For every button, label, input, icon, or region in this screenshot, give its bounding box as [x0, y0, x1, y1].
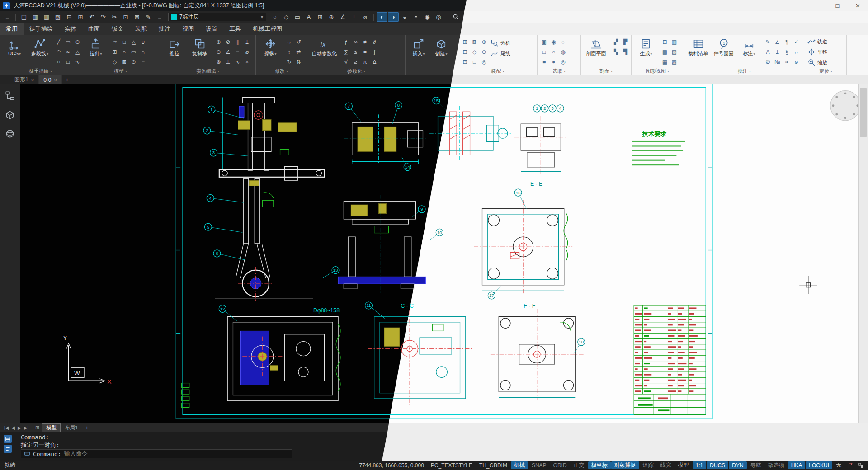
ribbon-button[interactable]: UCS▾: [2, 37, 27, 67]
layout-nav-icon[interactable]: |◀: [4, 425, 9, 430]
close-button[interactable]: ×: [848, 0, 868, 11]
ribbon-button[interactable]: 物料清单: [686, 37, 711, 67]
tool-icon[interactable]: ∞: [351, 38, 360, 46]
tool-icon[interactable]: ⊙: [129, 57, 138, 66]
command-history-icon[interactable]: [4, 435, 12, 443]
ribbon-tab[interactable]: 设置: [200, 23, 223, 35]
ribbon-button[interactable]: 插入▾: [408, 37, 429, 67]
lineweight-icon[interactable]: ▭: [292, 12, 303, 22]
layout-list-icon[interactable]: ⊞: [33, 425, 42, 431]
ribbon-tab[interactable]: 工具: [223, 23, 247, 35]
tool-icon[interactable]: √: [342, 57, 350, 66]
ribbon-medium-button[interactable]: 缩放: [807, 58, 827, 66]
tool-icon[interactable]: ▧: [670, 47, 679, 56]
tool-icon[interactable]: ●: [549, 57, 558, 66]
ribbon-button[interactable]: 复制移: [188, 37, 212, 67]
tool-icon[interactable]: ◇: [110, 57, 119, 66]
tool-icon[interactable]: ⇄: [294, 47, 303, 56]
tool-icon[interactable]: ⊞: [461, 38, 469, 46]
ribbon-tab[interactable]: 装配: [129, 23, 153, 35]
tool-icon[interactable]: □: [540, 47, 548, 56]
app-menu-icon[interactable]: ≡: [2, 12, 13, 22]
ribbon-button[interactable]: 推拉: [162, 37, 187, 67]
tool-icon[interactable]: ▜: [621, 47, 630, 56]
tool-icon[interactable]: ⌀: [792, 57, 801, 66]
tool-icon[interactable]: ▥: [670, 38, 679, 46]
close-icon[interactable]: ×: [31, 77, 34, 83]
ribbon-tab[interactable]: 徒手描绘: [24, 23, 59, 35]
ribbon-tab[interactable]: 实体: [59, 23, 82, 35]
tool-icon[interactable]: ○: [54, 57, 63, 66]
ribbon-button[interactable]: 剖面平面: [583, 37, 609, 67]
tolerance-icon[interactable]: ±: [349, 12, 359, 22]
redo-icon[interactable]: ↷: [98, 12, 108, 22]
cut-icon[interactable]: ✂: [109, 12, 120, 22]
tool-icon[interactable]: ∩: [139, 47, 147, 56]
tool-icon[interactable]: ▤: [660, 47, 669, 56]
plot-icon[interactable]: ⊟: [64, 12, 75, 22]
tool-icon[interactable]: π: [361, 57, 369, 66]
ribbon-tab[interactable]: 机械工程图: [247, 23, 288, 35]
tool-icon[interactable]: ≥: [351, 57, 360, 66]
render-mode-icon[interactable]: ◑: [388, 12, 399, 22]
tool-icon[interactable]: ▚: [612, 47, 620, 56]
command-options-icon[interactable]: [4, 445, 12, 453]
ribbon-button[interactable]: 创建▾: [430, 37, 452, 67]
tool-icon[interactable]: ↔: [285, 38, 293, 46]
tool-icon[interactable]: ⊕: [480, 38, 488, 46]
visual-style-icon[interactable]: ◒: [399, 12, 410, 22]
tool-icon[interactable]: ∠: [773, 38, 782, 46]
tool-icon[interactable]: ≡: [139, 57, 147, 66]
tool-icon[interactable]: ⊡: [461, 57, 469, 66]
tool-icon[interactable]: ▣: [540, 38, 548, 46]
tool-icon[interactable]: ∑: [342, 47, 350, 56]
tool-icon[interactable]: ◠: [54, 47, 63, 56]
tool-icon[interactable]: ∪: [139, 38, 147, 46]
new-tab-button[interactable]: +: [62, 77, 72, 83]
scrollbar-thumb[interactable]: [860, 88, 867, 137]
tool-icon[interactable]: □: [120, 38, 128, 46]
ribbon-tab[interactable]: 曲面: [82, 23, 106, 35]
save-as-icon[interactable]: ▧: [52, 12, 63, 22]
layout-nav-icon[interactable]: ▶|: [24, 425, 29, 430]
tool-icon[interactable]: ∅: [764, 57, 772, 66]
edit-icon[interactable]: ✎: [143, 12, 154, 22]
tool-icon[interactable]: ∂: [370, 38, 379, 46]
tool-icon[interactable]: ▞: [612, 38, 620, 46]
tool-icon[interactable]: ∿: [233, 57, 242, 66]
command-input[interactable]: Command: 输入命令: [21, 449, 292, 458]
linetype-icon[interactable]: ◇: [281, 12, 292, 22]
tab-overflow-icon[interactable]: ⋯: [0, 77, 10, 83]
drawing-canvas[interactable]: Dφ88~158 C - C: [20, 84, 858, 423]
tool-icon[interactable]: ↔: [792, 47, 801, 56]
tool-icon[interactable]: ◎: [480, 57, 488, 66]
tool-icon[interactable]: △: [73, 47, 81, 56]
tool-icon[interactable]: ±: [773, 47, 782, 56]
layout-tab[interactable]: 模型: [42, 423, 61, 432]
tool-icon[interactable]: ⊞: [110, 47, 119, 56]
tool-icon[interactable]: ↕: [285, 47, 293, 56]
tool-icon[interactable]: △: [129, 38, 138, 46]
ribbon-button[interactable]: 操纵▾: [258, 37, 283, 67]
text-style-icon[interactable]: A: [303, 12, 314, 22]
open-file-icon[interactable]: ▥: [30, 12, 41, 22]
tool-icon[interactable]: ■: [540, 57, 548, 66]
tool-icon[interactable]: ▭: [129, 47, 138, 56]
ribbon-tab[interactable]: 钣金: [106, 23, 129, 35]
tool-icon[interactable]: ⊙: [480, 47, 488, 56]
tool-icon[interactable]: ⊕: [214, 38, 223, 46]
clean-screen-icon[interactable]: [857, 462, 864, 469]
new-layout-button[interactable]: +: [82, 425, 92, 431]
tool-icon[interactable]: ≠: [361, 38, 369, 46]
insert-block-icon[interactable]: ⊕: [326, 12, 337, 22]
tool-icon[interactable]: ✓: [792, 38, 801, 46]
undo-icon[interactable]: ↶: [86, 12, 97, 22]
tool-icon[interactable]: №: [773, 57, 782, 66]
ribbon-medium-button[interactable]: 分析: [491, 39, 510, 47]
tool-icon[interactable]: ≈: [783, 57, 791, 66]
print-preview-icon[interactable]: ⊞: [75, 12, 86, 22]
tool-icon[interactable]: ⌀: [243, 47, 251, 56]
tool-icon[interactable]: ⊘: [224, 38, 232, 46]
vertical-scrollbar[interactable]: [858, 84, 868, 423]
tool-icon[interactable]: ○: [120, 47, 128, 56]
